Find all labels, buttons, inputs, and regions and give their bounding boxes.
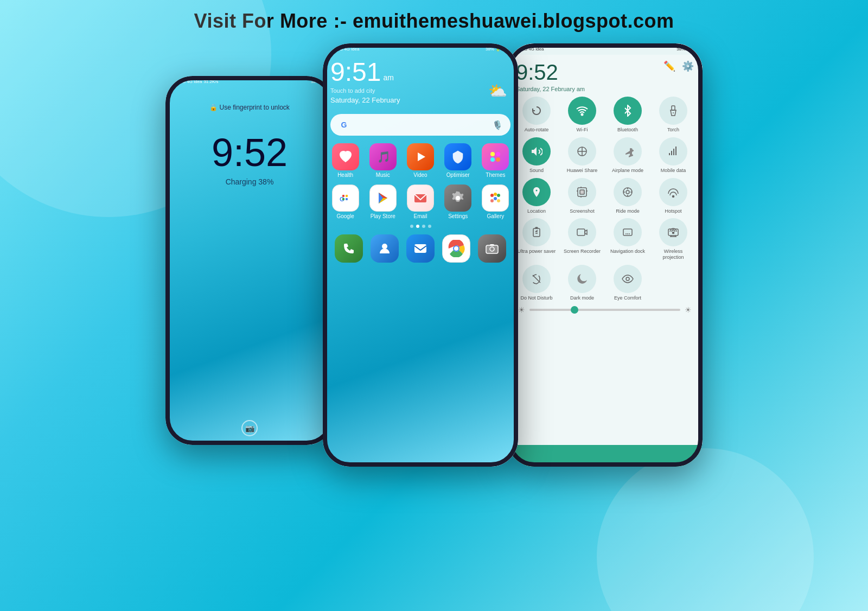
dock-camera[interactable] [478, 234, 506, 263]
phone-lockscreen: Jio 4G 4G idea 31.2K/s 38% 🔋 🔒 Use finge… [165, 76, 334, 445]
phone1-carrier: Jio 4G 4G idea [173, 79, 202, 84]
svg-rect-7 [342, 195, 344, 197]
email-icon [407, 184, 434, 212]
page-dots [323, 225, 518, 228]
qs-bluetooth[interactable]: Bluetooth [607, 97, 648, 133]
svg-marker-1 [418, 152, 425, 161]
brightness-low-icon: ☀ [518, 306, 525, 314]
qs-ride-mode[interactable]: Ride mode [607, 178, 648, 214]
qs-airplane[interactable]: Airplane mode [607, 137, 648, 174]
phone3-carrier: Jio 4G 4G idea [515, 47, 544, 52]
fingerprint-hint: 🔒 Use fingerprint to unlock [209, 104, 290, 111]
svg-point-20 [494, 197, 497, 200]
svg-rect-9 [342, 198, 344, 200]
app-themes[interactable]: Themes [478, 143, 513, 178]
phone1-statusbar: Jio 4G 4G idea 31.2K/s 38% 🔋 [165, 76, 334, 87]
settings-label: Settings [448, 213, 468, 219]
lockscreen-camera-icon[interactable]: 📷 [241, 420, 258, 436]
themes-icon [482, 143, 509, 170]
brightness-thumb[interactable] [571, 306, 578, 314]
app-email[interactable]: Email [403, 184, 437, 219]
phone3-frame: Jio 4G 4G idea 38% 9:51 9:52 Saturday, 2… [507, 43, 703, 467]
health-label: Health [337, 172, 353, 178]
torch-icon [659, 97, 687, 125]
airplane-label: Airplane mode [612, 168, 643, 174]
app-video[interactable]: Video [403, 143, 437, 178]
qs-do-not-disturb[interactable]: Do Not Disturb [516, 265, 557, 301]
themes-label: Themes [486, 172, 505, 178]
phone2-frame: Jio 4G 4G idea 38% 🔋 9:51 9:51 am Touch … [323, 43, 518, 467]
music-icon: 🎵 [369, 143, 397, 170]
qs-empty [653, 265, 694, 301]
app-grid-row1: Health 🎵 Music [323, 140, 518, 181]
dock-phone[interactable] [335, 234, 363, 263]
qs-screen-recorder[interactable]: Screen Recorder [561, 218, 603, 260]
brightness-slider[interactable] [529, 309, 680, 311]
svg-point-23 [382, 244, 387, 249]
brightness-high-icon: ☀ [685, 306, 692, 314]
ultra-power-icon [522, 218, 551, 246]
app-gallery[interactable]: Gallery [478, 184, 513, 219]
qs-eye-comfort[interactable]: Eye Comfort [607, 265, 648, 301]
svg-point-54 [673, 195, 674, 197]
app-settings[interactable]: Settings [441, 184, 475, 219]
app-optimiser[interactable]: Optimiser [441, 143, 475, 178]
email-label: Email [413, 213, 427, 219]
qs-ultra-power[interactable]: Ultra power saver [516, 218, 557, 260]
qs-bottom-bar [507, 445, 703, 467]
gallery-icon [482, 184, 509, 212]
qs-huawei-share[interactable]: Huawei Share [561, 137, 603, 174]
qs-navigation-dock[interactable]: Navigation dock [607, 218, 648, 260]
dot3 [422, 225, 425, 228]
dock-contacts[interactable] [371, 234, 399, 263]
app-health[interactable]: Health [328, 143, 362, 178]
edit-icon[interactable]: ✏️ [663, 60, 675, 72]
mic-icon: 🎙️ [492, 120, 503, 130]
qs-panel: 9:52 Saturday, 22 February am ✏️ ⚙️ [507, 55, 703, 324]
qs-wifi[interactable]: Wi-Fi [561, 97, 603, 133]
dark-mode-label: Dark mode [570, 295, 594, 301]
app-music[interactable]: 🎵 Music [366, 143, 400, 178]
video-label: Video [413, 172, 427, 178]
search-bar[interactable]: G 🎙️ [330, 114, 510, 136]
touch-hint: Touch to add city [330, 87, 375, 94]
video-icon [407, 143, 434, 170]
phone1-frame: Jio 4G 4G idea 31.2K/s 38% 🔋 🔒 Use finge… [165, 76, 334, 445]
wireless-projection-label: Wireless projection [653, 249, 694, 260]
qs-dark-mode[interactable]: Dark mode [561, 265, 603, 301]
bluetooth-icon [614, 97, 642, 125]
phone-homescreen: Jio 4G 4G idea 38% 🔋 9:51 9:51 am Touch … [323, 43, 518, 467]
sound-label: Sound [529, 168, 544, 174]
dock-messages[interactable] [406, 234, 435, 263]
qs-wireless-projection[interactable]: Wireless projection [653, 218, 694, 260]
qs-hotspot[interactable]: Hotspot [653, 178, 694, 214]
qs-screenshot[interactable]: Screenshot [561, 178, 603, 214]
screenshot-label: Screenshot [570, 208, 595, 214]
svg-point-49 [626, 190, 629, 194]
settings-icon [444, 184, 471, 212]
airplane-icon [614, 137, 642, 166]
music-label: Music [376, 172, 390, 178]
svg-point-19 [497, 194, 500, 197]
app-playstore[interactable]: Play Store [366, 184, 400, 219]
settings-header-icon[interactable]: ⚙️ [682, 60, 694, 72]
screen-recorder-icon [568, 218, 596, 246]
huawei-share-label: Huawei Share [567, 168, 598, 174]
phone-quicksettings: Jio 4G 4G idea 38% 9:51 9:52 Saturday, 2… [507, 43, 703, 467]
qs-header: 9:52 Saturday, 22 February am ✏️ ⚙️ [516, 60, 694, 92]
qs-torch[interactable]: Torch [653, 97, 694, 133]
eye-comfort-label: Eye Comfort [614, 295, 641, 301]
qs-mobile-data[interactable]: Mobile data [653, 137, 694, 174]
qs-location[interactable]: Location [516, 178, 557, 214]
wifi-label: Wi-Fi [577, 127, 588, 133]
screenshot-icon [568, 178, 596, 206]
huawei-share-icon [568, 137, 596, 166]
playstore-label: Play Store [371, 213, 395, 219]
svg-rect-10 [346, 198, 348, 200]
hotspot-label: Hotspot [665, 208, 681, 214]
dock-chrome[interactable] [442, 234, 470, 263]
qs-auto-rotate[interactable]: Auto-rotate [516, 97, 557, 133]
qs-sound[interactable]: Sound [516, 137, 557, 174]
svg-point-67 [673, 232, 674, 234]
app-google[interactable]: G Google [328, 184, 362, 219]
